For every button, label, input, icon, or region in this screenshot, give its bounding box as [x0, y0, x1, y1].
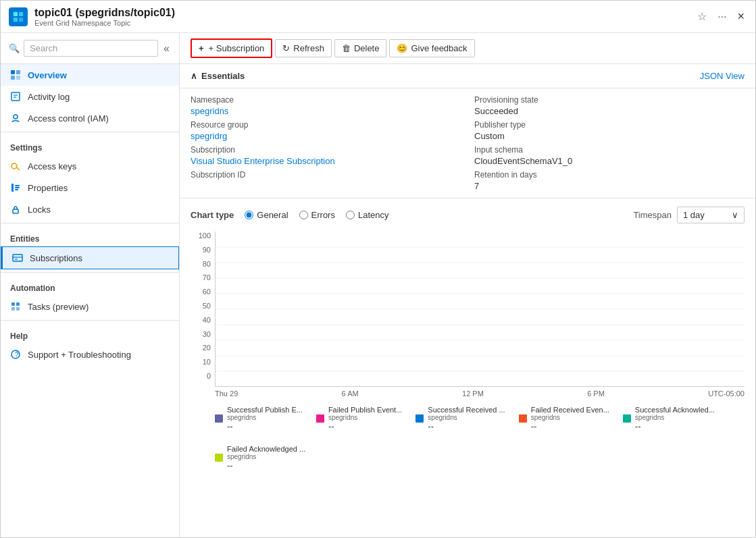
refresh-icon: ↻ — [282, 43, 290, 53]
svg-rect-5 — [16, 70, 20, 74]
sidebar-item-access-keys[interactable]: Access keys — [1, 155, 179, 177]
sidebar-item-subscriptions[interactable]: Subscriptions — [1, 246, 179, 269]
sidebar-item-label-access-control: Access control (IAM) — [28, 113, 109, 124]
svg-text:?: ? — [15, 351, 19, 358]
svg-rect-4 — [11, 70, 15, 74]
feedback-button[interactable]: 😊 Give feedback — [389, 39, 474, 57]
search-area: 🔍 « — [1, 33, 179, 64]
chart-legend: Successful Publish E... spegridns -- Fai… — [191, 400, 745, 473]
svg-rect-1 — [19, 11, 23, 16]
subscription-field-value[interactable]: Visual Studio Enterprise Subscription — [191, 156, 335, 166]
legend-label-4: Successful Acknowled... — [635, 406, 715, 414]
svg-rect-3 — [19, 17, 23, 21]
add-icon: + — [199, 43, 204, 53]
sidebar-item-access-control[interactable]: Access control (IAM) — [1, 107, 179, 129]
legend-label-0: Successful Publish E... — [227, 406, 303, 414]
timespan-value: 1 day — [683, 210, 705, 220]
publisher-type-item: Publisher type Custom — [474, 120, 745, 141]
subscription-id-label: Subscription ID — [191, 170, 461, 180]
essentials-title[interactable]: ∧ Essentials — [191, 71, 245, 81]
page-subtitle: Event Grid Namespace Topic — [34, 19, 695, 27]
collapse-button[interactable]: « — [162, 41, 171, 56]
delete-button[interactable]: 🗑 Delete — [334, 39, 387, 57]
overview-icon — [10, 70, 21, 80]
refresh-button[interactable]: ↻ Refresh — [275, 39, 332, 57]
legend-item-3: Failed Received Even... spegridns -- — [519, 406, 609, 431]
svg-rect-25 — [16, 307, 20, 311]
chart-svg — [216, 232, 745, 386]
legend-color-0 — [215, 414, 223, 423]
svg-rect-22 — [11, 302, 15, 306]
legend-text-1: Failed Publish Event... spegridns -- — [328, 406, 402, 431]
subscription-button[interactable]: + + Subscription — [191, 38, 272, 58]
input-schema-label: Input schema — [474, 145, 745, 155]
input-schema-value: CloudEventSchemaV1_0 — [474, 156, 572, 166]
radio-errors-input[interactable] — [299, 211, 308, 219]
settings-section-label: Settings — [1, 135, 179, 155]
sidebar-item-label-access-keys: Access keys — [28, 161, 76, 171]
radio-latency[interactable]: Latency — [346, 210, 389, 220]
automation-section-label: Automation — [1, 275, 179, 296]
refresh-label: Refresh — [293, 43, 324, 53]
sidebar-item-overview[interactable]: Overview — [1, 64, 179, 86]
x-label-6am: 6 AM — [342, 389, 359, 398]
legend-value-5: -- — [227, 460, 305, 470]
svg-rect-6 — [11, 76, 15, 80]
chart-plot-area — [215, 232, 745, 387]
more-button[interactable]: ··· — [715, 8, 729, 26]
svg-point-12 — [11, 163, 17, 169]
legend-text-2: Successful Received ... spegridns -- — [428, 406, 505, 431]
y-label-50: 50 — [203, 302, 211, 310]
timespan-dropdown[interactable]: 1 day ∨ — [677, 207, 745, 223]
legend-sub-3: spegridns — [531, 414, 609, 421]
x-label-6pm: 6 PM — [587, 389, 605, 398]
chart-x-axis: Thu 29 6 AM 12 PM 6 PM UTC-05:00 — [215, 387, 745, 400]
toolbar: + + Subscription ↻ Refresh 🗑 Delete 😊 Gi… — [180, 33, 755, 64]
legend-sub-1: spegridns — [328, 414, 402, 421]
namespace-item: Namespace spegridns — [191, 95, 461, 116]
svg-rect-8 — [11, 92, 20, 101]
legend-label-1: Failed Publish Event... — [328, 406, 402, 414]
json-view-link[interactable]: JSON View — [700, 71, 745, 81]
sidebar-item-label-locks: Locks — [28, 205, 51, 215]
resource-group-value[interactable]: spegridrg — [191, 131, 227, 141]
y-label-90: 90 — [203, 246, 211, 254]
legend-item-5: Failed Acknowledged ... spegridns -- — [215, 445, 305, 470]
legend-value-2: -- — [428, 421, 505, 431]
main-layout: 🔍 « Overview Activity log — [1, 33, 755, 537]
sidebar-item-tasks[interactable]: Tasks (preview) — [1, 296, 179, 317]
sidebar-item-locks[interactable]: Locks — [1, 198, 179, 220]
sidebar-item-activity-log[interactable]: Activity log — [1, 86, 179, 107]
properties-icon — [10, 182, 21, 193]
legend-item-0: Successful Publish E... spegridns -- — [215, 406, 303, 431]
legend-item-1: Failed Publish Event... spegridns -- — [316, 406, 402, 431]
x-label-thu: Thu 29 — [215, 389, 238, 398]
close-button[interactable]: × — [734, 7, 747, 26]
radio-errors[interactable]: Errors — [299, 210, 335, 220]
star-button[interactable]: ☆ — [695, 7, 709, 26]
sidebar-item-properties[interactable]: Properties — [1, 177, 179, 198]
svg-rect-16 — [15, 187, 20, 188]
resource-group-item: Resource group spegridrg — [191, 120, 461, 141]
radio-general[interactable]: General — [245, 210, 288, 220]
delete-icon: 🗑 — [342, 43, 351, 53]
radio-group: General Errors Latency — [245, 210, 388, 220]
subscription-item: Subscription Visual Studio Enterprise Su… — [191, 145, 461, 166]
legend-item-2: Successful Received ... spegridns -- — [415, 406, 505, 431]
y-label-100: 100 — [199, 232, 211, 240]
radio-latency-input[interactable] — [346, 211, 355, 219]
subscription-id-item: Subscription ID — [191, 170, 461, 191]
sidebar-item-label-tasks: Tasks (preview) — [28, 302, 89, 312]
sidebar-item-label-properties: Properties — [28, 183, 68, 193]
x-utc: UTC-05:00 — [708, 389, 745, 398]
svg-rect-15 — [15, 185, 20, 186]
namespace-value[interactable]: spegridns — [191, 106, 228, 116]
sidebar: 🔍 « Overview Activity log — [1, 33, 180, 537]
legend-color-4 — [623, 414, 631, 423]
radio-latency-label: Latency — [358, 210, 389, 220]
sidebar-item-support[interactable]: ? Support + Troubleshooting — [1, 344, 179, 365]
search-input[interactable] — [24, 40, 158, 57]
timespan-selector: Timespan 1 day ∨ — [633, 207, 745, 223]
provisioning-state-label: Provisioning state — [474, 95, 745, 105]
radio-general-input[interactable] — [245, 211, 253, 219]
